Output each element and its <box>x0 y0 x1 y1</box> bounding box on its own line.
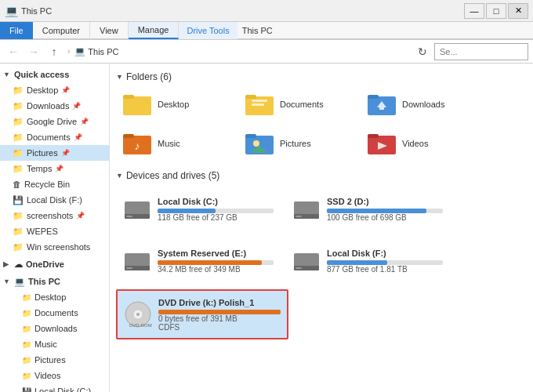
folder-downloads-icon <box>368 92 396 117</box>
path-separator: › <box>67 47 70 56</box>
folder-documents[interactable]: Documents <box>238 87 356 122</box>
pin-icon: 📌 <box>76 212 85 220</box>
tab-computer[interactable]: Computer <box>33 22 90 39</box>
folder-pictures[interactable]: Pictures <box>238 126 356 161</box>
sidebar-pc-music[interactable]: 📁 Music <box>0 336 109 352</box>
thispc-icon: 💻 <box>14 277 25 287</box>
folder-desktop[interactable]: Desktop <box>116 87 234 122</box>
svg-rect-31 <box>296 267 302 269</box>
drive-icon: 💾 <box>13 195 24 205</box>
sidebar-item-pictures[interactable]: 📁 Pictures 📌 <box>0 145 109 161</box>
window-controls: — □ ✕ <box>464 3 528 19</box>
sidebar-label: Documents <box>27 132 71 142</box>
drive-f-icon <box>292 247 321 275</box>
ribbon-context-title: This PC <box>237 22 277 39</box>
forward-btn[interactable]: → <box>25 43 42 60</box>
drives-section-label: Devices and drives (5) <box>126 170 219 181</box>
drive-d[interactable]: SSD 2 (D:) 100 GB free of 698 GB <box>285 186 450 233</box>
drive-c-icon <box>123 195 151 223</box>
up-btn[interactable]: ↑ <box>45 43 63 60</box>
sidebar-onedrive-header[interactable]: ▶ ☁ OneDrive <box>0 256 109 272</box>
sidebar-label: Local Disk (C:) <box>34 387 91 392</box>
folder-documents-icon <box>245 92 274 117</box>
sidebar-item-recyclebin[interactable]: 🗑 Recycle Bin <box>0 176 109 192</box>
sidebar-pc-pictures[interactable]: 📁 Pictures <box>0 352 109 368</box>
onedrive-label: OneDrive <box>26 260 64 269</box>
tab-manage[interactable]: Manage <box>129 22 179 39</box>
sidebar-pc-documents[interactable]: 📁 Documents <box>0 305 109 321</box>
sidebar-label: Pictures <box>27 148 58 158</box>
refresh-btn[interactable]: ↻ <box>414 43 431 60</box>
chevron-icon: ▼ <box>3 71 11 78</box>
tab-view[interactable]: View <box>90 22 129 39</box>
folder-icon: 📁 <box>22 293 31 302</box>
sidebar-pc-desktop[interactable]: 📁 Desktop <box>0 289 109 305</box>
drive-dvd[interactable]: DVD-ROM DVD Drive (k:) Polish_1 0 bytes … <box>116 289 288 339</box>
chevron-icon: ▼ <box>3 278 11 285</box>
maximize-btn[interactable]: □ <box>486 3 506 19</box>
folder-icon: 📁 <box>13 227 24 237</box>
sidebar-pc-downloads[interactable]: 📁 Downloads <box>0 321 109 336</box>
sidebar-label: Music <box>34 339 57 349</box>
sidebar-item-wepes[interactable]: 📁 WEPES <box>0 223 109 239</box>
sidebar-label: Temps <box>27 164 52 173</box>
sidebar-item-desktop[interactable]: 📁 Desktop 📌 <box>0 82 109 98</box>
sidebar-pc-videos[interactable]: 📁 Videos <box>0 368 109 383</box>
folder-music[interactable]: ♪ Music <box>116 126 234 161</box>
back-btn[interactable]: ← <box>5 43 22 60</box>
main-area: ▼ Quick access 📁 Desktop 📌 📁 Downloads 📌… <box>0 64 533 392</box>
drive-dvd-sublabel: CDFS <box>158 323 281 332</box>
sidebar-item-documents[interactable]: 📁 Documents 📌 <box>0 129 109 145</box>
title-text: This PC <box>21 6 464 16</box>
sidebar-quick-access-header[interactable]: ▼ Quick access <box>0 67 109 82</box>
sidebar-item-screenshots[interactable]: 📁 screenshots 📌 <box>0 208 109 223</box>
svg-rect-11 <box>123 134 134 138</box>
sidebar-item-googledrive[interactable]: 📁 Google Drive 📌 <box>0 114 109 129</box>
folder-desktop-info: Desktop <box>158 100 189 109</box>
folder-pictures-info: Pictures <box>280 139 311 148</box>
pin-icon: 📌 <box>55 165 63 172</box>
drives-grid: Local Disk (C:) 118 GB free of 237 GB SS… <box>116 186 527 339</box>
sidebar-label: Documents <box>34 308 78 318</box>
folder-videos[interactable]: Videos <box>361 126 478 161</box>
close-btn[interactable]: ✕ <box>508 3 528 19</box>
folders-section-header[interactable]: ▼ Folders (6) <box>116 71 527 82</box>
title-icon: 💻 <box>5 5 18 17</box>
sidebar-thispc-header[interactable]: ▼ 💻 This PC <box>0 274 109 289</box>
svg-rect-9 <box>379 107 384 110</box>
drive-f[interactable]: Local Disk (F:) 877 GB free of 1.81 TB <box>285 238 450 285</box>
search-input[interactable] <box>434 43 528 60</box>
folder-icon: 📁 <box>13 117 24 127</box>
folders-section-label: Folders (6) <box>126 71 172 82</box>
thispc-label: This PC <box>28 277 60 286</box>
folder-icon: 📁 <box>22 309 31 318</box>
folder-icon: 📁 <box>22 372 31 380</box>
sidebar-item-downloads[interactable]: 📁 Downloads 📌 <box>0 98 109 114</box>
title-bar: 💻 This PC — □ ✕ <box>0 0 533 22</box>
sidebar-item-localdiskf[interactable]: 💾 Local Disk (F:) <box>0 192 109 208</box>
ribbon-tab-title: Drive Tools <box>179 22 237 39</box>
pin-icon: 📌 <box>72 102 81 110</box>
sidebar-label: Downloads <box>34 324 77 333</box>
drive-d-icon <box>292 195 321 223</box>
sidebar-item-winscreenshots[interactable]: 📁 Win screenshots <box>0 239 109 255</box>
address-path[interactable]: 💻 This PC <box>74 46 118 56</box>
folder-downloads[interactable]: Downloads <box>361 87 478 122</box>
folder-icon: 📁 <box>13 132 24 143</box>
sidebar-label: Local Disk (F:) <box>27 195 82 205</box>
folder-icon: 📁 <box>13 211 24 221</box>
sidebar-label: Recycle Bin <box>24 180 70 189</box>
drive-c[interactable]: Local Disk (C:) 118 GB free of 237 GB <box>116 186 281 233</box>
drive-d-info: SSD 2 (D:) 100 GB free of 698 GB <box>327 197 443 222</box>
pc-icon: 💻 <box>74 46 85 56</box>
drive-e[interactable]: System Reserved (E:) 34.2 MB free of 349… <box>116 238 281 285</box>
ribbon: File Computer View Manage Drive Tools Th… <box>0 22 533 40</box>
minimize-btn[interactable]: — <box>464 3 484 19</box>
folders-grid: Desktop Documents Downloads <box>116 87 527 161</box>
drives-section-header[interactable]: ▼ Devices and drives (5) <box>116 170 527 181</box>
sidebar-item-temps[interactable]: 📁 Temps 📌 <box>0 161 109 176</box>
sidebar-pc-diskc[interactable]: 💾 Local Disk (C:) <box>0 383 109 392</box>
tab-file[interactable]: File <box>0 22 33 39</box>
svg-rect-7 <box>368 95 379 99</box>
pin-icon: 📌 <box>80 118 89 125</box>
